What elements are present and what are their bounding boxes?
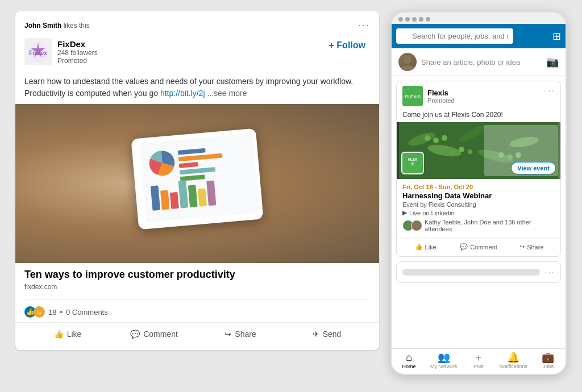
send-label: Send — [323, 330, 342, 339]
svg-rect-7 — [180, 174, 205, 181]
like-icon: 👍 — [54, 330, 64, 339]
reaction-count[interactable]: 18 — [48, 308, 56, 316]
comment-button[interactable]: 💬 Comment — [111, 325, 197, 343]
mobile-feed-card: FLEXIS Flexis Promoted ··· Come join us … — [396, 81, 561, 257]
event-attendees: Kathy Teeble, John Doe and 136 other att… — [402, 219, 555, 232]
svg-rect-8 — [151, 185, 160, 211]
mobile-company-logo[interactable]: FLEXIS — [402, 86, 423, 106]
actor-name[interactable]: John Smith — [24, 22, 61, 30]
svg-rect-3 — [178, 148, 206, 155]
mobile-company-name[interactable]: Flexis — [427, 89, 455, 97]
mobile-card-header: FLEXIS Flexis Promoted ··· — [397, 81, 560, 109]
post-icon: ＋ — [473, 352, 484, 362]
post-text: Learn how to undestand the values and ne… — [24, 76, 370, 99]
search-input[interactable] — [396, 28, 513, 44]
phone-search-bar: 🔍 ⊞ — [392, 24, 566, 48]
nav-jobs[interactable]: 💼 Jobs — [531, 352, 566, 369]
event-live-text: Live on Linkedin — [409, 210, 455, 216]
flexis-overlay-logo: FLEX IS — [401, 152, 424, 174]
mobile-share-icon: ↪ — [519, 243, 525, 251]
svg-text:IS: IS — [411, 162, 414, 166]
like-label: Like — [67, 330, 82, 339]
svg-point-26 — [442, 135, 447, 141]
mobile-company-details: Flexis Promoted — [427, 89, 455, 104]
mobile-loading-card: ··· — [396, 261, 561, 283]
more-options-icon[interactable]: ··· — [358, 19, 370, 31]
svg-rect-4 — [178, 153, 223, 161]
mobile-company-info: FLEXIS Flexis Promoted — [402, 86, 455, 106]
mobile-more-options[interactable]: ··· — [544, 86, 555, 95]
svg-point-28 — [459, 147, 464, 152]
company-logo[interactable]: Fixdex — [24, 38, 52, 65]
event-date: Fri, Oct 18 - Sun, Oct 20 — [402, 184, 555, 190]
search-wrapper[interactable]: 🔍 — [396, 28, 549, 44]
actions-row: 👍 Like 💬 Comment ↪ Share ✈ Send — [15, 322, 379, 350]
share-button[interactable]: ↪ Share — [197, 325, 284, 343]
mobile-promoted: Promoted — [427, 97, 455, 104]
nav-notifications[interactable]: 🔔 Notifications — [496, 352, 531, 369]
clap-reaction-icon: 👏 — [34, 306, 45, 318]
share-placeholder-text[interactable]: Share an article, photo or idea — [421, 58, 542, 66]
post-domain: fixdex.com — [24, 283, 370, 291]
comment-label: Comment — [143, 330, 178, 339]
svg-point-27 — [450, 149, 456, 155]
see-more-link[interactable]: ...see more — [207, 89, 247, 98]
svg-point-29 — [468, 149, 472, 154]
attendee-avatar-2 — [411, 220, 422, 231]
attendee-avatars — [402, 220, 422, 231]
loading-more-options[interactable]: ··· — [544, 268, 555, 277]
svg-rect-14 — [206, 181, 216, 206]
event-live-row: ▶ Live on Linkedin — [402, 209, 555, 216]
svg-rect-11 — [178, 180, 189, 208]
home-icon: ⌂ — [406, 352, 412, 362]
tablet-scene — [15, 104, 379, 263]
mobile-comment-button[interactable]: 💬 Comment — [452, 241, 505, 253]
activity-text: John Smith likes this — [24, 22, 90, 30]
activity-action: likes this — [64, 22, 90, 30]
promoted-label: Promoted — [57, 57, 98, 65]
svg-rect-6 — [180, 167, 215, 174]
reaction-icons: 👍 👏 — [24, 306, 45, 318]
nav-home[interactable]: ⌂ Home — [392, 352, 426, 369]
event-details: Fri, Oct 18 - Sun, Oct 20 Harnessing Dat… — [397, 179, 560, 237]
home-label: Home — [402, 364, 416, 369]
post-body: Learn how to undestand the values and ne… — [15, 70, 379, 104]
mobile-share-button[interactable]: ↪ Share — [505, 241, 558, 253]
followers-count: 248 followers — [57, 49, 98, 57]
share-label: Share — [235, 330, 256, 339]
grid-icon[interactable]: ⊞ — [552, 30, 561, 43]
camera-icon[interactable]: 📷 — [546, 56, 559, 68]
phone-mockup: 🔍 ⊞ Share an article, photo or idea 📷 FL… — [390, 11, 567, 375]
event-organizer: Event by Flexis Consulting — [402, 201, 555, 208]
svg-text:FLEX: FLEX — [408, 157, 418, 161]
nav-my-network[interactable]: 👥 My Network — [426, 352, 461, 369]
mobile-like-button[interactable]: 👍 Like — [399, 241, 452, 253]
mobile-like-label: Like — [425, 244, 436, 251]
comments-count[interactable]: 0 Comments — [66, 308, 108, 316]
send-button[interactable]: ✈ Send — [284, 325, 370, 343]
mobile-comment-label: Comment — [470, 244, 497, 251]
network-icon: 👥 — [438, 352, 450, 362]
post-link[interactable]: http://bit.ly/2j — [160, 89, 205, 98]
company-name[interactable]: FixDex — [57, 39, 98, 49]
share-icon: ↪ — [225, 330, 231, 339]
follow-button[interactable]: + Follow — [325, 38, 370, 53]
activity-line: John Smith likes this ··· — [24, 19, 370, 31]
post-header: John Smith likes this ··· Fixdex FixDex … — [15, 11, 379, 70]
svg-rect-10 — [170, 192, 179, 209]
chart-svg — [144, 135, 255, 218]
reactions-row: 👍 👏 18 • 0 Comments — [15, 304, 379, 322]
nav-post[interactable]: ＋ Post — [461, 352, 496, 369]
company-details: FixDex 248 followers Promoted — [57, 39, 98, 65]
divider — [24, 299, 370, 299]
like-button[interactable]: 👍 Like — [24, 325, 111, 343]
dot-separator: • — [60, 308, 63, 316]
view-event-button[interactable]: View event — [511, 162, 556, 174]
svg-text:FLEXIS: FLEXIS — [405, 94, 421, 99]
phone-share-bar: Share an article, photo or idea 📷 — [392, 48, 566, 76]
send-icon: ✈ — [313, 330, 319, 339]
user-avatar — [398, 53, 417, 71]
mobile-comment-icon: 💬 — [460, 243, 468, 251]
dot-2 — [405, 17, 410, 22]
svg-rect-5 — [179, 162, 198, 168]
